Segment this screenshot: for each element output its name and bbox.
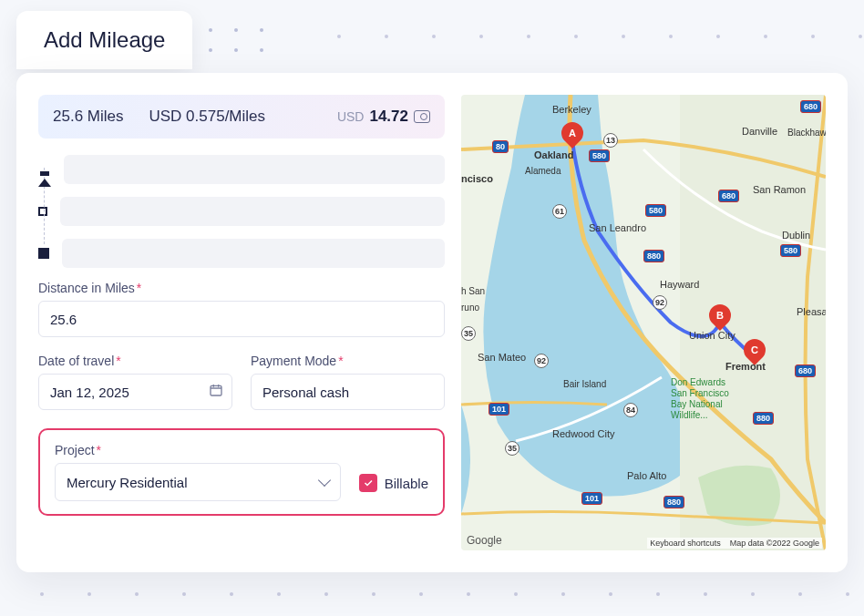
map-label-pleasa: Pleasa — [797, 306, 826, 317]
waypoint-start-input[interactable] — [64, 155, 445, 184]
hwy-92a-icon: 92 — [534, 354, 549, 368]
hwy-35-icon: 35 — [461, 326, 476, 341]
distance-label: Distance in Miles* — [38, 281, 445, 295]
hwy-35b-icon: 35 — [505, 441, 519, 456]
home-icon — [38, 163, 51, 176]
hwy-101a-icon: 101 — [489, 403, 509, 416]
map-label-hayward: Hayward — [660, 279, 699, 290]
project-select[interactable]: Mercury Residential — [55, 463, 341, 501]
hwy-101b-icon: 101 — [581, 492, 602, 505]
map-label-bair: Bair Island — [563, 379, 606, 389]
billable-checkbox[interactable] — [359, 474, 377, 492]
payment-label: Payment Mode* — [251, 354, 445, 368]
map-label-alameda: Alameda — [525, 166, 561, 176]
project-label: Project* — [55, 443, 341, 457]
summary-bar: 25.6 Miles USD 0.575/Miles USD 14.72 — [38, 95, 445, 139]
waypoint-stop-input[interactable] — [60, 197, 445, 226]
map-label-danville: Danville — [742, 126, 777, 137]
map-attribution: Keyboard shortcuts Map data ©2022 Google — [647, 538, 822, 549]
map-label-sf: ncisco — [461, 173, 493, 184]
map-label-blackhawk: Blackhawk — [787, 128, 826, 138]
hwy-580c-icon: 580 — [780, 244, 801, 257]
map-label-oakland: Oakland — [534, 149, 573, 160]
summary-miles: 25.6 Miles — [53, 108, 123, 126]
map-label-nsan: h San — [461, 286, 485, 296]
summary-rate: USD 0.575/Miles — [149, 108, 265, 126]
hwy-580-icon: 580 — [589, 149, 610, 162]
date-input[interactable] — [38, 374, 232, 410]
project-highlight: Project* Mercury Residential Billable — [38, 428, 445, 516]
route-map[interactable]: A B C Oakland Berkeley Alameda ncisco Sa… — [461, 95, 826, 550]
tab-add-mileage[interactable]: Add Mileage — [16, 11, 192, 69]
billable-label: Billable — [385, 476, 428, 491]
map-label-runo: runo — [461, 303, 479, 313]
waypoint-list — [38, 155, 445, 268]
summary-total-value: 14.72 — [369, 108, 408, 126]
map-label-redwood: Redwood City — [552, 428, 614, 439]
map-label-paloalto: Palo Alto — [627, 470, 666, 481]
payment-input[interactable] — [251, 374, 445, 410]
waypoint-end-input[interactable] — [62, 239, 445, 268]
hwy-880b-icon: 880 — [753, 412, 774, 425]
mileage-card: 25.6 Miles USD 0.575/Miles USD 14.72 — [16, 73, 848, 572]
map-label-sanleandro: San Leandro — [589, 222, 646, 233]
chevron-down-icon — [318, 474, 331, 487]
project-value: Mercury Residential — [67, 475, 188, 490]
google-logo: Google — [467, 534, 502, 547]
decoration-mini-dots — [209, 28, 263, 52]
decoration-dots-top — [337, 35, 862, 38]
hwy-84-icon: 84 — [623, 403, 638, 417]
map-label-berkeley: Berkeley — [552, 104, 591, 115]
hwy-80-icon: 80 — [492, 140, 509, 153]
money-icon — [414, 110, 430, 123]
hwy-61-icon: 61 — [552, 204, 567, 219]
hwy-880a-icon: 880 — [643, 250, 664, 262]
map-label-fremont: Fremont — [725, 361, 766, 372]
map-park-label: Don Edwards San Francisco Bay National W… — [671, 377, 729, 421]
map-label-unioncity: Union City — [689, 330, 735, 341]
hwy-580b-icon: 580 — [645, 204, 666, 217]
decoration-dots-bottom — [40, 592, 849, 596]
distance-input[interactable] — [38, 301, 445, 337]
waypoint-stop-icon — [38, 207, 47, 216]
map-label-sanramon: San Ramon — [753, 184, 806, 195]
page-title: Add Mileage — [44, 27, 165, 53]
date-label: Date of travel* — [38, 354, 232, 368]
map-label-sanmateo: San Mateo — [478, 352, 526, 363]
waypoint-end-icon — [38, 248, 49, 259]
map-label-dublin: Dublin — [782, 230, 810, 241]
hwy-680a-icon: 680 — [800, 100, 821, 113]
hwy-680c-icon: 680 — [795, 364, 816, 377]
summary-total: USD 14.72 — [337, 108, 430, 126]
hwy-13-icon: 13 — [603, 133, 618, 148]
hwy-880c-icon: 880 — [663, 496, 684, 508]
summary-currency: USD — [337, 109, 365, 124]
hwy-680b-icon: 680 — [718, 190, 739, 202]
hwy-92b-icon: 92 — [653, 295, 667, 310]
